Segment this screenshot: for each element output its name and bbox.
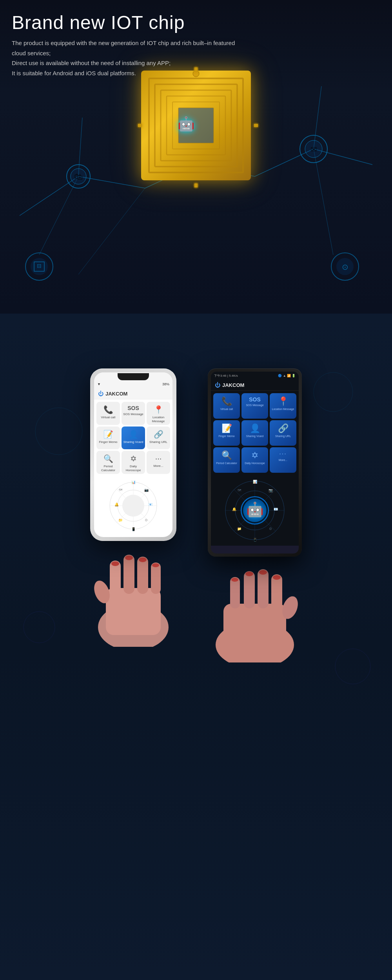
android-more-label: More... bbox=[279, 459, 287, 461]
svg-line-5 bbox=[314, 149, 372, 165]
iphone-status-bar: ▼ 38% bbox=[94, 380, 172, 388]
vcard-label: Sharing Vcard bbox=[123, 440, 143, 444]
svg-point-91 bbox=[245, 572, 253, 576]
right-hand bbox=[208, 545, 302, 664]
svg-point-60 bbox=[125, 555, 133, 560]
android-time: 下午3:46 | 5.4K/s bbox=[214, 374, 238, 378]
iphone-grid-virtual-call[interactable]: 📞 Virtual call bbox=[96, 402, 120, 425]
left-hand bbox=[90, 529, 176, 648]
android-sharing-url-label: Sharing URL bbox=[275, 435, 291, 437]
sos-icon: SOS bbox=[127, 405, 139, 411]
svg-point-62 bbox=[152, 563, 159, 567]
iphone-grid-url[interactable]: 🔗 Sharing URL bbox=[147, 426, 170, 449]
more-icon: ··· bbox=[155, 454, 162, 463]
iphone-grid-location[interactable]: 📍 Location Message bbox=[147, 402, 170, 425]
url-icon: 🔗 bbox=[154, 430, 163, 439]
android-vcard-icon: 👤 bbox=[250, 423, 260, 434]
svg-line-0 bbox=[20, 176, 78, 216]
android-grid-finger-memo[interactable]: 📝 Finger Memo bbox=[213, 420, 240, 446]
android-virtual-call-label: Virtual call bbox=[220, 408, 233, 410]
android-grid-vcard[interactable]: 👤 Sharing Vcard bbox=[241, 420, 268, 446]
svg-rect-56 bbox=[137, 557, 148, 594]
radial-bg-svg: 📊 📧 📱 🔔 📷 🗺 ⚙ 📁 bbox=[104, 476, 163, 535]
android-brand: JAKCOM bbox=[222, 382, 244, 388]
svg-text:📷: 📷 bbox=[144, 488, 149, 492]
svg-point-92 bbox=[231, 578, 238, 582]
svg-rect-57 bbox=[151, 563, 161, 594]
iphone-grid-vcard[interactable]: 👤 Sharing Vcard bbox=[122, 426, 145, 449]
svg-text:⊟: ⊟ bbox=[37, 263, 42, 269]
iphone-bottom: 📊 📧 📱 🔔 📷 🗺 ⚙ 📁 bbox=[94, 476, 172, 535]
android-grid-sos[interactable]: SOS SOS Message bbox=[241, 393, 268, 419]
iphone-grid-period[interactable]: 🔍 Period Calculator bbox=[96, 451, 120, 474]
android-grid-location[interactable]: 📍 Location Message bbox=[270, 393, 296, 419]
more-label: More... bbox=[154, 464, 163, 468]
android-radial-svg: 📊 📧 📱 🔔 📷 🗺 ⚙ 📁 bbox=[220, 475, 290, 546]
period-label: Period Calculator bbox=[98, 465, 118, 472]
android-screen: 下午3:46 | 5.4K/s 🔵 ▲ 📶 🔋 ⏻ JAKCOM 📞 Virtu bbox=[211, 372, 299, 554]
svg-text:⚙: ⚙ bbox=[145, 518, 148, 522]
iphone-container: ▼ 38% ⏻ JAKCOM 📞 Virtual call bbox=[90, 368, 176, 648]
svg-line-6 bbox=[78, 118, 82, 176]
android-power-icon: ⏻ bbox=[215, 382, 220, 388]
svg-point-89 bbox=[273, 575, 281, 580]
svg-text:🤖: 🤖 bbox=[246, 501, 264, 518]
svg-line-9 bbox=[39, 176, 78, 255]
svg-text:📁: 📁 bbox=[118, 518, 123, 523]
android-horoscope-icon: ✡ bbox=[251, 450, 258, 461]
left-hand-svg bbox=[90, 529, 176, 647]
iphone-screen: ▼ 38% ⏻ JAKCOM 📞 Virtual call bbox=[94, 372, 172, 537]
android-period-label: Period Calculator bbox=[216, 462, 237, 465]
android-url-icon: 🔗 bbox=[278, 423, 289, 434]
iphone-notch bbox=[118, 373, 149, 380]
android-grid-horoscope[interactable]: ✡ Daily Horoscope bbox=[241, 447, 268, 473]
iphone-grid-sos[interactable]: SOS SOS Message bbox=[122, 402, 145, 425]
android-app-grid: 📞 Virtual call SOS SOS Message 📍 Locatio… bbox=[211, 391, 299, 475]
iphone-device: ▼ 38% ⏻ JAKCOM 📞 Virtual call bbox=[90, 368, 176, 541]
iot-description: The product is equipped with the new gen… bbox=[12, 38, 247, 78]
iphone-grid-horoscope[interactable]: ✡ Daily Horoscope bbox=[122, 451, 145, 474]
memo-icon: 📝 bbox=[103, 430, 113, 439]
android-more-icon: ··· bbox=[279, 450, 287, 457]
sharing-url-label: Sharing URL bbox=[149, 440, 167, 444]
iphone-battery: 38% bbox=[162, 382, 169, 386]
android-grid-period[interactable]: 🔍 Period Calculator bbox=[213, 447, 240, 473]
sos-label: SOS Message bbox=[123, 412, 143, 416]
svg-text:📁: 📁 bbox=[237, 526, 242, 531]
svg-line-10 bbox=[78, 188, 145, 274]
location-label: Location Message bbox=[148, 416, 169, 423]
svg-text:⊙: ⊙ bbox=[342, 263, 348, 271]
android-grid-more[interactable]: ··· More... bbox=[270, 447, 296, 473]
svg-line-7 bbox=[314, 86, 321, 149]
svg-point-61 bbox=[139, 557, 147, 562]
call-icon: 📞 bbox=[103, 405, 113, 414]
android-grid-url[interactable]: 🔗 Sharing URL bbox=[270, 420, 296, 446]
svg-text:🗺: 🗺 bbox=[119, 488, 123, 492]
iot-title: Brand new IOT chip bbox=[12, 12, 247, 33]
svg-text:✉: ✉ bbox=[310, 145, 317, 154]
iphone-grid-more[interactable]: ··· More... bbox=[147, 451, 170, 474]
right-hand-svg bbox=[208, 545, 302, 662]
vcard-icon: 👤 bbox=[129, 430, 138, 439]
virtual-call-label: Virtual call bbox=[101, 416, 116, 419]
location-icon: 📍 bbox=[154, 405, 163, 414]
iot-section: 🛍 ✉ ⊟ ⊙ Brand new IOT chip The product i… bbox=[0, 0, 392, 314]
svg-text:📱: 📱 bbox=[131, 527, 136, 532]
android-container: 下午3:46 | 5.4K/s 🔵 ▲ 📶 🔋 ⏻ JAKCOM 📞 Virtu bbox=[208, 368, 302, 664]
svg-point-51 bbox=[122, 495, 144, 517]
iphone-grid-finger-memo[interactable]: 📝 Finger Memo bbox=[96, 426, 120, 449]
svg-text:🗺: 🗺 bbox=[238, 488, 241, 492]
phones-inner: ▼ 38% ⏻ JAKCOM 📞 Virtual call bbox=[0, 345, 392, 980]
android-sos-icon: SOS bbox=[249, 396, 261, 403]
svg-text:📊: 📊 bbox=[131, 480, 136, 485]
android-memo-icon: 📝 bbox=[221, 423, 232, 434]
android-location-icon: 📍 bbox=[278, 396, 289, 407]
svg-point-59 bbox=[111, 561, 119, 566]
android-location-label: Location Message bbox=[272, 408, 294, 410]
svg-line-11 bbox=[314, 149, 333, 255]
svg-text:📊: 📊 bbox=[253, 479, 258, 484]
svg-rect-87 bbox=[230, 577, 240, 608]
svg-text:📷: 📷 bbox=[269, 488, 273, 493]
android-grid-virtual-call[interactable]: 📞 Virtual call bbox=[213, 393, 240, 419]
svg-rect-86 bbox=[244, 571, 255, 608]
